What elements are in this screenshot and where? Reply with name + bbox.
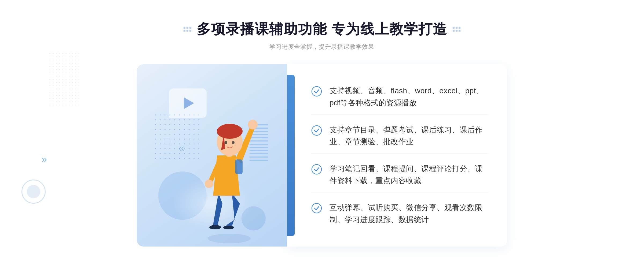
feature-item-2: 支持章节目录、弹题考试、课后练习、课后作业、章节测验、批改作业 [311,119,488,154]
check-icon-4 [311,203,322,214]
title-wrapper: 多项录播课辅助功能 专为线上教学打造 [184,20,460,39]
title-dots-left [184,27,191,32]
svg-point-8 [225,141,227,144]
svg-point-12 [312,126,321,135]
svg-point-0 [208,234,251,243]
svg-point-2 [223,226,234,229]
check-icon-3 [311,164,322,175]
feature-text-4: 互动弹幕、试听购买、微信分享、观看次数限制、学习进度跟踪、数据统计 [330,202,488,226]
header-section: 多项录播课辅助功能 专为线上教学打造 学习进度全掌握，提升录播课教学效果 [184,20,460,51]
feature-text-2: 支持章节目录、弹题考试、课后练习、课后作业、章节测验、批改作业 [330,124,488,148]
svg-point-9 [232,141,235,144]
title-dots-right [453,27,460,32]
feature-item-3: 学习笔记回看、课程提问、课程评论打分、课件资料下载，重点内容收藏 [311,158,488,193]
main-title: 多项录播课辅助功能 专为线上教学打造 [197,20,447,39]
person-figure [186,96,272,247]
svg-point-1 [209,225,221,229]
check-icon-2 [311,125,322,136]
features-area: 支持视频、音频、flash、word、excel、ppt、pdf等各种格式的资源… [287,64,507,247]
feature-text-3: 学习笔记回看、课程提问、课程评论打分、课件资料下载，重点内容收藏 [330,163,488,187]
svg-point-13 [312,165,321,174]
svg-point-7 [217,124,243,139]
content-section: « [137,64,507,247]
svg-point-14 [312,203,321,213]
page-container: » 多项录播课辅助功能 专为线上教学打造 学习进度全掌握，提升录播课教学效果 [0,4,644,257]
deco-circle-inner [27,185,40,198]
svg-rect-10 [235,159,243,174]
check-icon-1 [311,86,322,97]
feature-item-1: 支持视频、音频、flash、word、excel、ppt、pdf等各种格式的资源… [311,80,488,115]
blue-bar [287,75,295,236]
illustration-area: « [137,64,287,247]
chevron-left-decoration: » [42,154,47,165]
feature-text-1: 支持视频、音频、flash、word、excel、ppt、pdf等各种格式的资源… [330,85,488,109]
subtitle: 学习进度全掌握，提升录播课教学效果 [184,43,460,51]
illus-chevrons: « [178,142,182,154]
svg-point-4 [205,180,213,188]
svg-point-11 [312,87,321,96]
svg-point-3 [248,120,258,129]
feature-item-4: 互动弹幕、试听购买、微信分享、观看次数限制、学习进度跟踪、数据统计 [311,196,488,231]
bg-dots-left [48,52,80,106]
